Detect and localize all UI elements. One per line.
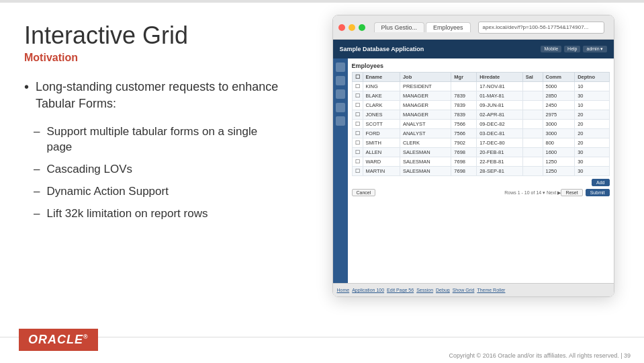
- cell-4-3: 7566: [451, 120, 477, 129]
- cell-6-2: CLERK: [400, 138, 451, 148]
- add-button[interactable]: Add: [592, 179, 609, 186]
- sub-list: Support multiple tabular forms on a sing…: [34, 121, 285, 225]
- nav-icon-3[interactable]: [336, 89, 345, 99]
- table-row[interactable]: ☐BLAKEMANAGER783901-MAY-81285030: [352, 91, 609, 101]
- submit-button[interactable]: Submit: [586, 189, 610, 196]
- footer-home[interactable]: Home: [337, 288, 350, 292]
- region-title: Employees: [352, 63, 610, 69]
- footer-edit[interactable]: Edit Page 56: [387, 288, 414, 292]
- cell-4-1: SCOTT: [363, 120, 400, 129]
- user-menu-button[interactable]: admin ▾: [583, 46, 606, 52]
- cell-3-1: JONES: [363, 110, 400, 120]
- cell-8-2: SALESMAN: [400, 157, 451, 167]
- cell-6-0[interactable]: ☐: [352, 138, 363, 148]
- left-panel: Interactive Grid Motivation Long-standin…: [0, 3, 309, 363]
- col-hiredate: Hiredate: [477, 73, 523, 82]
- cell-7-0[interactable]: ☐: [352, 148, 363, 157]
- nav-icon-1[interactable]: [336, 63, 345, 72]
- cell-8-1: WARD: [363, 157, 400, 167]
- cell-1-2: MANAGER: [400, 91, 451, 101]
- cell-8-0[interactable]: ☐: [352, 157, 363, 167]
- browser-tabs: Plus Gestio... Employees: [374, 22, 471, 32]
- cell-6-7: 20: [575, 138, 609, 148]
- cell-2-3: 7839: [451, 101, 477, 110]
- mobile-button[interactable]: Mobile: [541, 46, 561, 52]
- cell-9-0[interactable]: ☐: [352, 167, 363, 176]
- cell-0-0[interactable]: ☐: [352, 82, 363, 91]
- col-job: Job: [400, 73, 451, 82]
- browser-tab-2[interactable]: Employees: [426, 22, 471, 32]
- table-row[interactable]: ☐KINGPRESIDENT17-NOV-81500010: [352, 82, 609, 91]
- cell-1-0[interactable]: ☐: [352, 91, 363, 101]
- cell-9-2: SALESMAN: [400, 167, 451, 176]
- cell-0-4: 17-NOV-81: [477, 82, 523, 91]
- footer-session[interactable]: Session: [416, 288, 433, 292]
- cell-3-6: 2975: [543, 110, 575, 120]
- cell-5-1: FORD: [363, 129, 400, 138]
- footer-app[interactable]: Application 100: [352, 288, 384, 292]
- table-row[interactable]: ☐SCOTTANALYST756609-DEC-82300020: [352, 120, 609, 129]
- cell-9-4: 28-SEP-81: [477, 167, 523, 176]
- table-row[interactable]: ☐FORDANALYST756603-DEC-81300020: [352, 129, 609, 138]
- apex-main: Employees ☐ Ename Job Mgr Hiredate: [348, 58, 614, 283]
- col-mgr: Mgr: [451, 73, 477, 82]
- close-dot[interactable]: [338, 24, 345, 31]
- employees-table: ☐ Ename Job Mgr Hiredate Sal Comm Deptno: [352, 72, 610, 176]
- nav-icon-2[interactable]: [336, 76, 345, 85]
- browser-tab-1[interactable]: Plus Gestio...: [374, 22, 425, 32]
- cell-1-3: 7839: [451, 91, 477, 101]
- cancel-button[interactable]: Cancel: [352, 189, 376, 196]
- col-ename: Ename: [363, 73, 400, 82]
- cell-6-5: [522, 138, 543, 148]
- help-button[interactable]: Help: [564, 46, 580, 52]
- sub-item-2: Cascading LOVs: [34, 159, 285, 181]
- cell-0-1: KING: [363, 82, 400, 91]
- cell-3-7: 20: [575, 110, 609, 120]
- cell-2-7: 10: [575, 101, 609, 110]
- nav-icon-4[interactable]: [336, 103, 345, 112]
- cell-7-2: SALESMAN: [400, 148, 451, 157]
- cell-8-3: 7698: [451, 157, 477, 167]
- table-row[interactable]: ☐JONESMANAGER783902-APR-81297520: [352, 110, 609, 120]
- maximize-dot[interactable]: [359, 24, 365, 31]
- cell-3-0[interactable]: ☐: [352, 110, 363, 120]
- cell-6-6: 800: [543, 138, 575, 148]
- footer-debug[interactable]: Debug: [436, 288, 450, 292]
- apex-header: Sample Database Application Mobile Help …: [333, 40, 614, 58]
- apex-sidebar: [333, 58, 348, 283]
- cell-5-0[interactable]: ☐: [352, 129, 363, 138]
- cell-2-4: 09-JUN-81: [477, 101, 523, 110]
- cell-7-3: 7698: [451, 148, 477, 157]
- sub-item-4: Lift 32k limitation on report rows: [34, 203, 285, 225]
- cell-5-6: 3000: [543, 129, 575, 138]
- reset-button[interactable]: Reset: [561, 189, 582, 196]
- address-bar[interactable]: apex.local/dev/f?p=100-56-17754&174907..…: [478, 22, 604, 34]
- nav-icon-5[interactable]: [336, 116, 345, 126]
- cell-5-4: 03-DEC-81: [477, 129, 523, 138]
- cell-2-0[interactable]: ☐: [352, 101, 363, 110]
- cell-5-5: [522, 129, 543, 138]
- table-row[interactable]: ☐SMITHCLERK790217-DEC-8080020: [352, 138, 609, 148]
- footer-grid[interactable]: Show Grid: [453, 288, 475, 292]
- table-row[interactable]: ☐MARTINSALESMAN769828-SEP-81125030: [352, 167, 609, 176]
- browser-body: Sample Database Application Mobile Help …: [333, 40, 614, 296]
- cell-4-6: 3000: [543, 120, 575, 129]
- cell-4-2: ANALYST: [400, 120, 451, 129]
- cell-0-2: PRESIDENT: [400, 82, 451, 91]
- cell-3-3: 7839: [451, 110, 477, 120]
- table-row[interactable]: ☐WARDSALESMAN769822-FEB-81125030: [352, 157, 609, 167]
- cell-7-6: 1600: [543, 148, 575, 157]
- cell-4-0[interactable]: ☐: [352, 120, 363, 129]
- minimize-dot[interactable]: [349, 24, 355, 31]
- cell-2-5: [522, 101, 543, 110]
- browser-mockup: Plus Gestio... Employees apex.local/dev/…: [332, 15, 614, 297]
- apex-header-buttons: Mobile Help admin ▾: [541, 46, 606, 52]
- cell-6-4: 17-DEC-80: [477, 138, 523, 148]
- cell-9-5: [522, 167, 543, 176]
- table-row[interactable]: ☐ALLENSALESMAN769820-FEB-81160030: [352, 148, 609, 157]
- table-row[interactable]: ☐CLARKMANAGER783909-JUN-81245010: [352, 101, 609, 110]
- footer-theme[interactable]: Theme Roller: [477, 288, 505, 292]
- apex-app-title: Sample Database Application: [340, 46, 424, 52]
- cell-0-3: [451, 82, 477, 91]
- cell-3-2: MANAGER: [400, 110, 451, 120]
